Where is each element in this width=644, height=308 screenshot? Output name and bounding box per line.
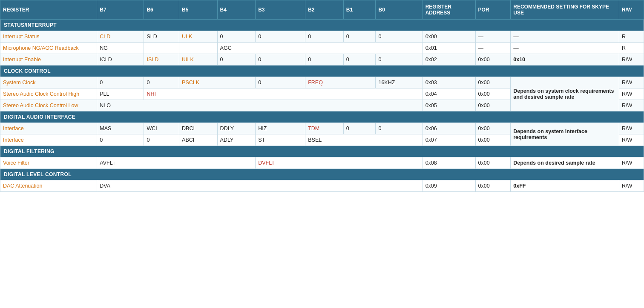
cell-register: Stereo Audio Clock Control High [0, 88, 97, 100]
cell-addr: 0x07 [423, 134, 475, 146]
cell-register: Stereo Audio Clock Control Low [0, 100, 97, 111]
cell-b3: ST [256, 134, 305, 146]
section-label: CLOCK CONTROL [0, 66, 644, 77]
cell-rw: R/W [619, 100, 644, 111]
cell-rw: R/W [619, 88, 644, 100]
cell-psclk: PSCLK [179, 77, 256, 88]
cell-register: DAC Attenuation [0, 180, 97, 192]
table-row: DAC AttenuationDVA0x090x000xFFR/W [0, 180, 644, 192]
col-header-rec: RECOMMENDED SETTING FOR SKYPE USE [511, 0, 619, 20]
cell-register: Interrupt Status [0, 31, 97, 43]
cell-rec: Depends on desired sample rate [511, 157, 619, 169]
cell-bsel: BSEL [305, 134, 423, 146]
cell-por: — [475, 31, 511, 43]
cell-b3: 0 [256, 77, 305, 88]
cell-rw: R/W [619, 157, 644, 169]
col-header-b6: B6 [144, 0, 179, 20]
cell-por: 0x00 [475, 123, 511, 134]
register-table: REGISTER B7 B6 B5 B4 B3 B2 B1 B0 REGISTE… [0, 0, 644, 192]
col-header-addr: REGISTER ADDRESS [423, 0, 475, 20]
cell-b7: NG [97, 43, 144, 54]
cell-addr: 0x09 [423, 180, 475, 192]
cell-rec: 0xFF [511, 180, 619, 192]
section-label: DIGITAL AUDIO INTERFACE [0, 111, 644, 123]
col-header-por: POR [475, 0, 511, 20]
cell-b0: 0 [376, 54, 423, 66]
cell-b6 [144, 43, 179, 54]
cell-b7: DVA [97, 180, 423, 192]
header-row: REGISTER B7 B6 B5 B4 B3 B2 B1 B0 REGISTE… [0, 0, 644, 20]
cell-b4: 0 [217, 54, 256, 66]
cell-rw: R/W [619, 54, 644, 66]
section-header-row: DIGITAL AUDIO INTERFACE [0, 111, 644, 123]
table-row: Microphone NG/AGC ReadbackNGAGC0x01——R [0, 43, 644, 54]
cell-por: 0x00 [475, 180, 511, 192]
cell-b7: AVFLT [97, 157, 256, 169]
col-header-register: REGISTER [0, 0, 97, 20]
cell-addr: 0x00 [423, 31, 475, 43]
section-header-row: DIGITAL LEVEL CONTROL [0, 169, 644, 180]
cell-register: System Clock [0, 77, 97, 88]
cell-rw: R/W [619, 134, 644, 146]
cell-addr: 0x06 [423, 123, 475, 134]
table-row: Interrupt EnableICLDISLDIULK000000x020x0… [0, 54, 644, 66]
cell-b7: MAS [97, 123, 144, 134]
cell-b0: 16KHZ [376, 77, 423, 88]
table-row: Voice FilterAVFLTDVFLT0x080x00Depends on… [0, 157, 644, 169]
cell-addr: 0x08 [423, 157, 475, 169]
cell-b2: 0 [305, 31, 344, 43]
cell-b4-agc: AGC [217, 43, 423, 54]
cell-b6: ISLD [144, 54, 179, 66]
cell-nlo: NLO [97, 100, 423, 111]
cell-register: Interrupt Enable [0, 54, 97, 66]
cell-b7: ICLD [97, 54, 144, 66]
cell-por: 0x00 [475, 77, 511, 88]
cell-b3: 0 [256, 31, 305, 43]
cell-register: Interface [0, 123, 97, 134]
cell-b3: DVFLT [256, 157, 423, 169]
table-row: Interrupt StatusCLDSLDULK000000x00——R [0, 31, 644, 43]
cell-b0: 0 [376, 31, 423, 43]
col-header-b5: B5 [179, 0, 218, 20]
cell-b7: PLL [97, 88, 144, 100]
col-header-b0: B0 [376, 0, 423, 20]
table-row: System Clock00PSCLK0FREQ16KHZ0x030x00Dep… [0, 77, 644, 88]
cell-register: Microphone NG/AGC Readback [0, 43, 97, 54]
cell-por: 0x00 [475, 54, 511, 66]
cell-b7: 0 [97, 77, 144, 88]
col-header-rw: R/W [619, 0, 644, 20]
section-label: DIGITAL FILTERING [0, 146, 644, 157]
section-header-row: STATUS/INTERRUPT [0, 20, 644, 31]
cell-rec: Depends on system clock requirements and… [511, 77, 619, 111]
cell-por: 0x00 [475, 134, 511, 146]
cell-b5 [179, 43, 218, 54]
cell-rec: — [511, 43, 619, 54]
cell-b3: 0 [256, 54, 305, 66]
section-label: STATUS/INTERRUPT [0, 20, 644, 31]
cell-b6: 0 [144, 134, 179, 146]
cell-addr: 0x04 [423, 88, 475, 100]
cell-b4: DDLY [217, 123, 256, 134]
cell-rec: — [511, 31, 619, 43]
col-header-b2: B2 [305, 0, 344, 20]
cell-b6: WCI [144, 123, 179, 134]
cell-b5: ULK [179, 31, 218, 43]
cell-b2: 0 [305, 54, 344, 66]
section-header-row: DIGITAL FILTERING [0, 146, 644, 157]
cell-nhi: NHI [144, 88, 423, 100]
cell-b7: 0 [97, 134, 144, 146]
cell-addr: 0x03 [423, 77, 475, 88]
cell-b6: 0 [144, 77, 179, 88]
section-header-row: CLOCK CONTROL [0, 66, 644, 77]
cell-b4: ADLY [217, 134, 256, 146]
section-label: DIGITAL LEVEL CONTROL [0, 169, 644, 180]
cell-rw: R/W [619, 77, 644, 88]
cell-b1: 0 [343, 123, 376, 134]
cell-addr: 0x05 [423, 100, 475, 111]
table-row: InterfaceMASWCIDBCIDDLYHIZTDM000x060x00D… [0, 123, 644, 134]
cell-b5: DBCI [179, 123, 218, 134]
cell-b4: 0 [217, 31, 256, 43]
cell-register: Voice Filter [0, 157, 97, 169]
cell-addr: 0x01 [423, 43, 475, 54]
cell-b2: TDM [305, 123, 344, 134]
